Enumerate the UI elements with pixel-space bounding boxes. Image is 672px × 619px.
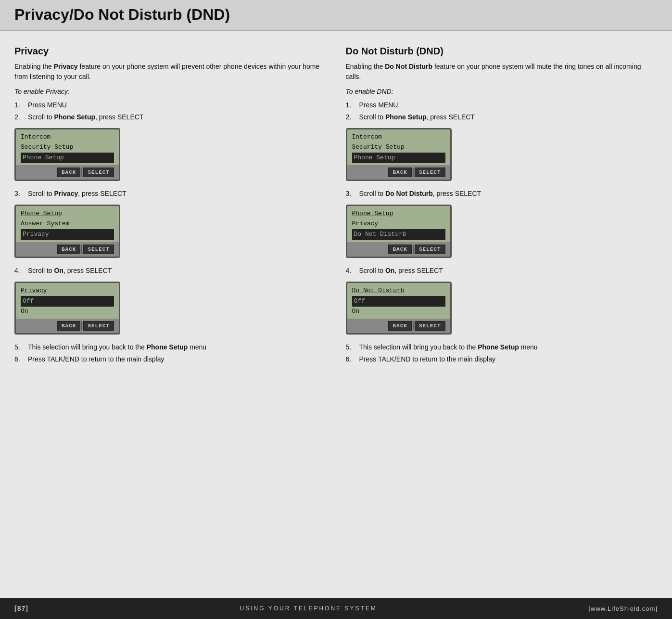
dnd-lcd2-buttons: BACK SELECT <box>347 242 450 257</box>
dnd-lcd2-back-btn: BACK <box>388 245 411 254</box>
dnd-lcd-2: Phone Setup Privacy Do Not Disturb BACK … <box>346 205 452 258</box>
privacy-lcd-1: Intercom Security Setup Phone Setup BACK… <box>14 128 120 181</box>
privacy-step-4-list: 4.Scroll to On, press SELECT <box>14 266 327 276</box>
privacy-lcd1-row2: Security Setup <box>21 143 73 151</box>
dnd-steps-1-2: 1.Press MENU 2.Scroll to Phone Setup, pr… <box>346 100 658 122</box>
privacy-lcd-3: Privacy Off On BACK SELECT <box>14 282 120 335</box>
privacy-step-3: 3.Scroll to Privacy, press SELECT <box>14 189 327 199</box>
dnd-column: Do Not Disturb (DND) Enabling the Do Not… <box>346 46 658 588</box>
privacy-lcd2-row1: Phone Setup <box>21 210 62 217</box>
dnd-lcd2-row1: Phone Setup <box>352 210 393 217</box>
dnd-lcd1-row1: Intercom <box>352 133 382 141</box>
dnd-lcd2-row2: Privacy <box>352 220 379 227</box>
privacy-step-6: 6.Press TALK/END to return to the main d… <box>14 354 327 364</box>
privacy-lcd1-back-btn: BACK <box>57 168 80 177</box>
privacy-section-title: Privacy <box>14 46 327 57</box>
dnd-lcd3-row2-selected: Off <box>352 296 445 307</box>
privacy-step-4: 4.Scroll to On, press SELECT <box>14 266 327 276</box>
privacy-steps-5-6: 5.This selection will bring you back to … <box>14 342 327 364</box>
dnd-lcd1-row3-selected: Phone Setup <box>352 153 445 164</box>
privacy-step-2: 2.Scroll to Phone Setup, press SELECT <box>14 112 327 122</box>
privacy-lcd1-select-btn: SELECT <box>83 168 114 177</box>
privacy-lcd2-row3-selected: Privacy <box>21 229 114 240</box>
dnd-lcd-3: Do Not Disturb Off On BACK SELECT <box>346 282 452 335</box>
page-footer: [87] USING YOUR TELEPHONE SYSTEM [www.Li… <box>0 598 672 619</box>
privacy-step-1: 1.Press MENU <box>14 100 327 110</box>
dnd-lcd1-back-btn: BACK <box>388 168 411 177</box>
page-header: Privacy/Do Not Disturb (DND) <box>0 0 672 31</box>
footer-page-number: [87] <box>14 605 28 612</box>
dnd-lcd-1: Intercom Security Setup Phone Setup BACK… <box>346 128 452 181</box>
privacy-lcd2-buttons: BACK SELECT <box>16 242 119 257</box>
footer-url: [www.LifeShield.com] <box>588 605 658 612</box>
privacy-lcd3-row1: Privacy <box>21 287 47 294</box>
privacy-lcd3-row3: On <box>21 308 28 315</box>
privacy-column: Privacy Enabling the Privacy feature on … <box>14 46 327 588</box>
dnd-step-2: 2.Scroll to Phone Setup, press SELECT <box>346 112 658 122</box>
privacy-step-3-list: 3.Scroll to Privacy, press SELECT <box>14 189 327 199</box>
dnd-step-3: 3.Scroll to Do Not Disturb, press SELECT <box>346 189 658 199</box>
dnd-step-3-list: 3.Scroll to Do Not Disturb, press SELECT <box>346 189 658 199</box>
privacy-lcd-2: Phone Setup Answer System Privacy BACK S… <box>14 205 120 258</box>
content-area: Privacy Enabling the Privacy feature on … <box>0 31 672 598</box>
dnd-lcd1-select-btn: SELECT <box>415 168 445 177</box>
privacy-lcd2-row2: Answer System <box>21 220 69 227</box>
dnd-lcd2-row3-selected: Do Not Disturb <box>352 229 445 240</box>
dnd-italic-instruction: To enable DND: <box>346 88 658 95</box>
dnd-lcd3-select-btn: SELECT <box>415 321 445 331</box>
privacy-lcd3-row2-selected: Off <box>21 296 114 307</box>
dnd-lcd1-row2: Security Setup <box>352 143 405 151</box>
dnd-step-5: 5.This selection will bring you back to … <box>346 342 658 352</box>
dnd-section-title: Do Not Disturb (DND) <box>346 46 658 57</box>
privacy-steps-1-2: 1.Press MENU 2.Scroll to Phone Setup, pr… <box>14 100 327 122</box>
privacy-lcd2-select-btn: SELECT <box>83 245 114 254</box>
dnd-steps-5-6: 5.This selection will bring you back to … <box>346 342 658 364</box>
privacy-intro: Enabling the Privacy feature on your pho… <box>14 62 327 82</box>
privacy-step-5: 5.This selection will bring you back to … <box>14 342 327 352</box>
privacy-lcd1-row3-selected: Phone Setup <box>21 153 114 164</box>
dnd-lcd3-row3: On <box>352 308 360 315</box>
privacy-italic-instruction: To enable Privacy: <box>14 88 327 95</box>
footer-section-label: USING YOUR TELEPHONE SYSTEM <box>240 605 377 612</box>
dnd-step-4: 4.Scroll to On, press SELECT <box>346 266 658 276</box>
dnd-intro: Enabling the Do Not Disturb feature on y… <box>346 62 658 82</box>
privacy-lcd3-select-btn: SELECT <box>83 321 114 331</box>
dnd-lcd3-buttons: BACK SELECT <box>347 319 450 333</box>
privacy-lcd3-buttons: BACK SELECT <box>16 319 119 333</box>
dnd-step-4-list: 4.Scroll to On, press SELECT <box>346 266 658 276</box>
privacy-lcd2-back-btn: BACK <box>57 245 80 254</box>
dnd-lcd3-back-btn: BACK <box>388 321 411 331</box>
page-title: Privacy/Do Not Disturb (DND) <box>14 6 658 24</box>
privacy-lcd1-row1: Intercom <box>21 133 51 141</box>
dnd-lcd3-row1: Do Not Disturb <box>352 287 405 294</box>
dnd-lcd1-buttons: BACK SELECT <box>347 165 450 180</box>
privacy-lcd3-back-btn: BACK <box>57 321 80 331</box>
dnd-step-6: 6.Press TALK/END to return to the main d… <box>346 354 658 364</box>
privacy-lcd1-buttons: BACK SELECT <box>16 165 119 180</box>
dnd-lcd2-select-btn: SELECT <box>415 245 445 254</box>
dnd-step-1: 1.Press MENU <box>346 100 658 110</box>
